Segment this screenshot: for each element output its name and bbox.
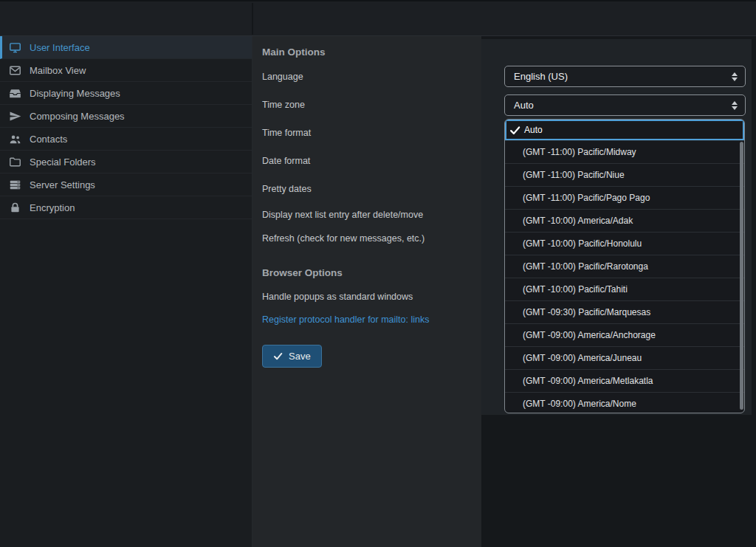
options-panel: Main Options Language Time zone Time for… xyxy=(252,36,481,547)
option-label: (GMT -11:00) Pacific/Niue xyxy=(523,170,625,180)
option-label: (GMT -09:00) America/Metlakatla xyxy=(523,376,653,386)
sidebar-item-contacts[interactable]: Contacts xyxy=(0,128,252,151)
label-refresh: Refresh (check for new messages, etc.) xyxy=(262,233,425,244)
option-label: (GMT -11:00) Pacific/Pago Pago xyxy=(523,193,650,203)
label-handle-popups: Handle popups as standard windows xyxy=(262,292,413,302)
sidebar-item-special-folders[interactable]: Special Folders xyxy=(0,151,252,173)
sidebar-item-label: Encryption xyxy=(30,202,75,213)
dropdown-option-auto[interactable]: Auto xyxy=(505,120,744,140)
updown-arrows-icon xyxy=(732,101,738,110)
label-pretty-dates: Pretty dates xyxy=(262,184,312,194)
dropdown-option[interactable]: (GMT -10:00) Pacific/Honolulu xyxy=(505,232,744,255)
dropdown-option[interactable]: (GMT -10:00) Pacific/Rarotonga xyxy=(505,255,744,278)
dropdown-option[interactable]: (GMT -11:00) Pacific/Niue xyxy=(505,163,744,186)
timezone-dropdown-list: Auto (GMT -11:00) Pacific/Midway (GMT -1… xyxy=(504,119,745,413)
envelope-icon xyxy=(8,63,21,77)
save-button[interactable]: Save xyxy=(262,345,322,368)
top-bar xyxy=(0,0,756,36)
scrollbar-thumb[interactable] xyxy=(740,142,743,410)
label-date-format: Date format xyxy=(262,156,310,166)
content-area: English (US) Auto Auto (GMT -11:00) Paci… xyxy=(481,36,756,547)
timezone-select[interactable]: Auto xyxy=(504,94,746,116)
dropdown-option[interactable]: (GMT -10:00) Pacific/Tahiti xyxy=(505,278,744,300)
people-icon xyxy=(8,132,21,145)
content-panel: English (US) Auto Auto (GMT -11:00) Paci… xyxy=(481,39,752,415)
label-time-zone: Time zone xyxy=(262,100,305,110)
dropdown-option[interactable]: (GMT -09:00) America/Juneau xyxy=(505,346,744,369)
sidebar-item-user-interface[interactable]: User Interface xyxy=(0,36,252,59)
sidebar-item-label: Displaying Messages xyxy=(30,88,120,99)
top-bar-divider xyxy=(252,3,253,35)
option-label: (GMT -11:00) Pacific/Midway xyxy=(523,147,636,157)
sidebar-item-label: Special Folders xyxy=(30,156,96,168)
sidebar-item-label: Server Settings xyxy=(30,179,95,190)
option-label: (GMT -09:00) America/Juneau xyxy=(523,353,642,363)
option-label: (GMT -09:30) Pacific/Marquesas xyxy=(523,307,650,317)
updown-arrows-icon xyxy=(732,72,738,81)
save-button-label: Save xyxy=(289,351,311,362)
sidebar-item-server-settings[interactable]: Server Settings xyxy=(0,173,252,196)
sidebar-item-label: Composing Messages xyxy=(30,111,125,122)
option-label: (GMT -10:00) Pacific/Tahiti xyxy=(523,284,628,295)
monitor-icon xyxy=(8,41,21,54)
folder-icon xyxy=(8,155,21,168)
settings-window: User Interface Mailbox View Displaying M… xyxy=(0,0,756,547)
sidebar-item-label: Contacts xyxy=(30,134,67,145)
sidebar-item-displaying-messages[interactable]: Displaying Messages xyxy=(0,82,252,105)
label-time-format: Time format xyxy=(262,128,311,138)
check-icon xyxy=(273,351,283,361)
check-icon xyxy=(509,125,520,136)
dropdown-option[interactable]: (GMT -09:30) Pacific/Marquesas xyxy=(505,300,744,323)
dropdown-option[interactable]: (GMT -09:00) America/Metlakatla xyxy=(505,369,744,392)
option-label: (GMT -10:00) America/Adak xyxy=(523,216,633,226)
paper-plane-icon xyxy=(8,109,21,123)
dropdown-option[interactable]: (GMT -09:00) America/Anchorage xyxy=(505,323,744,346)
server-icon xyxy=(8,178,21,191)
dropdown-option[interactable]: (GMT -09:00) America/Nome xyxy=(505,392,744,413)
sidebar-item-label: User Interface xyxy=(30,42,90,53)
main-options-title: Main Options xyxy=(262,45,474,60)
option-label: (GMT -10:00) Pacific/Honolulu xyxy=(523,238,642,249)
timezone-select-value: Auto xyxy=(514,100,732,111)
sidebar-item-composing-messages[interactable]: Composing Messages xyxy=(0,105,252,128)
settings-sidebar: User Interface Mailbox View Displaying M… xyxy=(0,36,252,547)
option-label: (GMT -09:00) America/Nome xyxy=(523,399,636,409)
dropdown-option[interactable]: (GMT -10:00) America/Adak xyxy=(505,209,744,232)
lock-icon xyxy=(8,201,21,214)
inbox-icon xyxy=(8,86,21,100)
label-language: Language xyxy=(262,72,303,82)
mailto-handler-link[interactable]: Register protocol handler for mailto: li… xyxy=(262,314,430,325)
sidebar-item-encryption[interactable]: Encryption xyxy=(0,196,252,219)
option-label: (GMT -10:00) Pacific/Rarotonga xyxy=(523,261,648,272)
option-label: (GMT -09:00) America/Anchorage xyxy=(523,330,656,340)
label-display-next-entry: Display next list entry after delete/mov… xyxy=(262,210,423,220)
option-label: Auto xyxy=(524,125,543,135)
language-select-value: English (US) xyxy=(514,71,732,82)
browser-options-title: Browser Options xyxy=(262,266,474,281)
dropdown-option[interactable]: (GMT -11:00) Pacific/Pago Pago xyxy=(505,186,744,209)
sidebar-item-mailbox-view[interactable]: Mailbox View xyxy=(0,59,252,82)
language-select[interactable]: English (US) xyxy=(504,66,746,87)
dropdown-option[interactable]: (GMT -11:00) Pacific/Midway xyxy=(505,140,744,163)
sidebar-item-label: Mailbox View xyxy=(30,65,86,76)
